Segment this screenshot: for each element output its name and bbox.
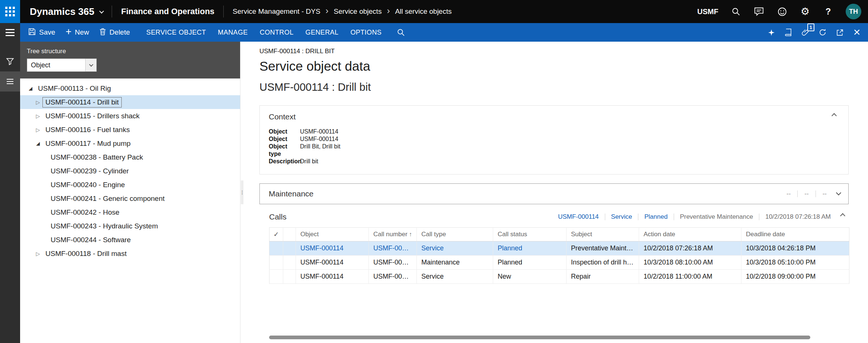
tree-item[interactable]: ◢USMF-000117 - Mud pump [20,137,240,150]
tree-item[interactable]: USMF-000242 - Hose [20,205,240,219]
tab-service-object[interactable]: SERVICE OBJECT [140,23,212,42]
gear-icon[interactable]: ⚙ [800,6,811,17]
scrollbar-thumb[interactable] [269,336,810,339]
tree-item[interactable]: ◢USMF-000113 - Oil Rig [20,81,240,95]
field-value[interactable]: USMF-000114 [300,135,338,143]
collapse-calls-button[interactable] [837,212,848,221]
tab-options[interactable]: OPTIONS [344,23,387,42]
column-header-subject[interactable]: Subject [567,228,639,241]
cell-object[interactable]: USMF-000114 [296,241,369,256]
collapse-arrow-icon[interactable]: ◢ [33,141,42,146]
tree-item[interactable]: USMF-000243 - Hydraulic System [20,219,240,233]
top-navbar: Dynamics 365 Finance and Operations Serv… [0,0,868,23]
tree-item[interactable]: USMF-000244 - Software [20,233,240,247]
expand-arrow-icon[interactable]: ▷ [33,127,42,133]
action-button-save[interactable]: Save [23,23,60,42]
table-row[interactable]: USMF-000114USMF-000181ServiceNewRepair10… [269,270,849,284]
tree-item[interactable]: ▷USMF-000114 - Drill bit [20,95,240,109]
company-picker[interactable]: USMF [697,7,718,16]
field-label: Object type [269,143,300,158]
maintenance-summary-value: -- [823,190,827,198]
collapse-context-button[interactable] [829,112,839,121]
tree-item[interactable]: ▷USMF-000115 - Drillers shack [20,109,240,123]
feedback-icon[interactable] [753,6,765,17]
field-value[interactable]: Drill bit [300,158,318,165]
tab-general[interactable]: GENERAL [300,23,345,42]
action-buttons: Save+NewDelete [23,23,135,42]
cell-object[interactable]: USMF-000114 [296,270,369,284]
filter-button[interactable] [0,51,20,71]
column-header-action-date[interactable]: Action date [639,228,741,241]
expand-arrow-icon[interactable]: ▷ [33,251,42,257]
tree-item[interactable]: ▷USMF-000116 - Fuel tanks [20,123,240,137]
horizontal-scrollbar[interactable] [269,336,849,339]
module-title[interactable]: Finance and Operations [121,7,214,16]
app-body: Save+NewDelete SERVICE OBJECTMANAGECONTR… [0,23,868,343]
cell-subject: Preventative Maintena... [567,241,639,256]
tree-item[interactable]: USMF-000240 - Engine [20,178,240,192]
expand-arrow-icon[interactable]: ▷ [33,99,42,105]
cell-call-number[interactable]: USMF-000181 [369,270,417,284]
calls-summary-link[interactable]: USMF-000114 [558,213,599,221]
app-title[interactable]: Dynamics 365 [30,6,103,17]
personalization-icon[interactable] [765,26,778,39]
open-in-new-window-icon[interactable] [833,26,846,39]
tab-manage[interactable]: MANAGE [212,23,253,42]
expand-arrow-icon[interactable]: ▷ [33,113,42,119]
column-header-call-status[interactable]: Call status [493,228,567,241]
cell-object[interactable]: USMF-000114 [296,256,369,270]
collapse-arrow-icon[interactable]: ◢ [26,86,35,91]
task-guide-icon[interactable] [782,26,795,39]
action-button-label: Delete [109,28,130,36]
attachments-button[interactable]: 1 [799,26,812,39]
tree-item-label: USMF-000240 - Engine [48,180,128,190]
smiley-icon[interactable] [776,6,788,17]
splitter-handle-icon[interactable]: ⁞ [241,180,243,204]
help-icon[interactable]: ? [823,6,834,17]
row-check-cell[interactable] [269,241,283,256]
tree-item[interactable]: ▷USMF-000118 - Drill mast [20,247,240,260]
column-header-call-type[interactable]: Call type [417,228,493,241]
context-header[interactable]: Context [269,112,839,121]
calls-header: Calls USMF-000114ServicePlannedPreventat… [269,212,849,221]
avatar[interactable]: TH [846,4,861,19]
select-all-checkmark-icon[interactable]: ✓ [269,228,283,241]
actionbar-search-icon[interactable] [394,26,408,39]
action-button-delete[interactable]: Delete [94,23,135,42]
column-header-deadline-date[interactable]: Deadline date [741,228,849,241]
waffle-menu-button[interactable] [0,0,20,23]
row-check-cell[interactable] [269,256,283,270]
row-check-cell[interactable] [269,270,283,284]
panel-splitter[interactable]: ⁞ [240,42,244,343]
row-selector-cell[interactable] [283,256,296,270]
nav-pane-toggle-button[interactable] [0,23,20,42]
field-value[interactable]: Drill Bit, Drill bit [300,143,340,158]
tree-item[interactable]: USMF-000239 - Cylinder [20,164,240,178]
cell-call-number[interactable]: USMF-000180 [369,256,417,270]
refresh-icon[interactable] [816,26,829,39]
dropdown-button[interactable] [85,59,96,71]
search-icon[interactable] [730,6,741,17]
tree-structure-select[interactable]: Object [27,58,97,72]
calls-summary-link[interactable]: Planned [644,213,667,221]
tree-pane-toggle-button[interactable] [0,71,20,92]
cell-call-number[interactable]: USMF-000174 [369,241,417,256]
tab-control[interactable]: CONTROL [254,23,300,42]
column-header-call-number[interactable]: Call number↑ [369,228,417,241]
breadcrumb-item[interactable]: Service Management - DYS [233,7,320,16]
maintenance-section[interactable]: Maintenance ------ [259,183,849,204]
field-value[interactable]: USMF-000114 [300,128,338,135]
tree-item[interactable]: USMF-000238 - Battery Pack [20,150,240,164]
row-selector-cell[interactable] [283,241,296,256]
row-selector-cell[interactable] [283,270,296,284]
table-row[interactable]: USMF-000114USMF-000174ServicePlannedPrev… [269,241,849,256]
tree-item[interactable]: USMF-000241 - Generic component [20,192,240,205]
breadcrumb-item[interactable]: Service objects [334,7,382,16]
expand-maintenance-button[interactable] [833,189,844,198]
action-button-new[interactable]: +New [60,23,94,42]
calls-summary-link[interactable]: Service [611,213,632,221]
close-icon[interactable]: × [850,26,864,39]
column-header-object[interactable]: Object [296,228,369,241]
table-row[interactable]: USMF-000114USMF-000180MaintenancePlanned… [269,256,849,270]
breadcrumb-item[interactable]: All service objects [395,7,451,16]
